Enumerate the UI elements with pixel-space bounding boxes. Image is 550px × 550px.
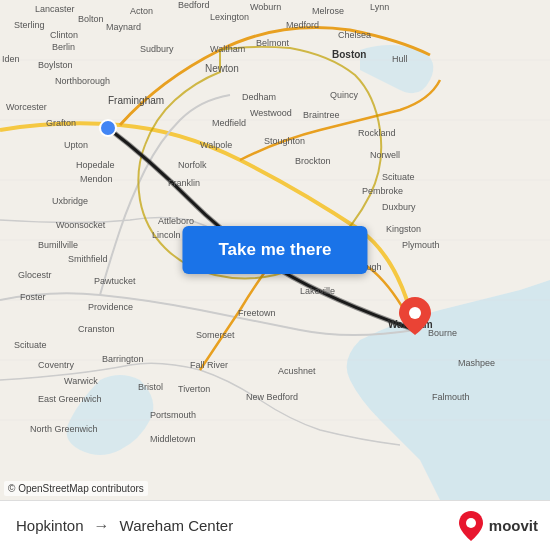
destination-label: Wareham Center [120, 517, 234, 534]
svg-text:Bumillville: Bumillville [38, 240, 78, 250]
svg-text:Boylston: Boylston [38, 60, 73, 70]
svg-text:Chelsea: Chelsea [338, 30, 371, 40]
svg-text:Framingham: Framingham [108, 95, 164, 106]
svg-text:New Bedford: New Bedford [246, 392, 298, 402]
map-container: Lancaster Bolton Acton Bedford Woburn Me… [0, 0, 550, 500]
svg-text:Coventry: Coventry [38, 360, 75, 370]
svg-point-87 [100, 120, 116, 136]
svg-text:Maynard: Maynard [106, 22, 141, 32]
svg-text:Uxbridge: Uxbridge [52, 196, 88, 206]
svg-text:Falmouth: Falmouth [432, 392, 470, 402]
svg-text:Pembroke: Pembroke [362, 186, 403, 196]
svg-point-89 [466, 518, 476, 528]
svg-text:Glocestr: Glocestr [18, 270, 52, 280]
svg-text:Bourne: Bourne [428, 328, 457, 338]
svg-text:Portsmouth: Portsmouth [150, 410, 196, 420]
svg-text:Middletown: Middletown [150, 434, 196, 444]
svg-text:Waltham: Waltham [210, 44, 245, 54]
svg-text:Foster: Foster [20, 292, 46, 302]
svg-text:Berlin: Berlin [52, 42, 75, 52]
svg-text:Northborough: Northborough [55, 76, 110, 86]
svg-text:Hull: Hull [392, 54, 408, 64]
svg-text:Clinton: Clinton [50, 30, 78, 40]
svg-text:Woburn: Woburn [250, 2, 281, 12]
svg-text:Sterling: Sterling [14, 20, 45, 30]
svg-text:Scituate: Scituate [382, 172, 415, 182]
svg-text:Barrington: Barrington [102, 354, 144, 364]
svg-text:Acushnet: Acushnet [278, 366, 316, 376]
take-me-there-overlay: Take me there [182, 226, 367, 274]
svg-text:Pawtucket: Pawtucket [94, 276, 136, 286]
svg-text:Kingston: Kingston [386, 224, 421, 234]
svg-text:Mendon: Mendon [80, 174, 113, 184]
svg-text:Lynn: Lynn [370, 2, 389, 12]
svg-text:Plymouth: Plymouth [402, 240, 440, 250]
svg-text:North Greenwich: North Greenwich [30, 424, 98, 434]
svg-text:Bedford: Bedford [178, 0, 210, 10]
svg-text:Belmont: Belmont [256, 38, 290, 48]
svg-text:Lancaster: Lancaster [35, 4, 75, 14]
svg-text:Hopedale: Hopedale [76, 160, 115, 170]
svg-text:Rockland: Rockland [358, 128, 396, 138]
moovit-logo: moovit [457, 509, 538, 543]
svg-text:Dedham: Dedham [242, 92, 276, 102]
svg-text:Quincy: Quincy [330, 90, 359, 100]
svg-text:Fall River: Fall River [190, 360, 228, 370]
svg-text:Melrose: Melrose [312, 6, 344, 16]
svg-text:Bristol: Bristol [138, 382, 163, 392]
svg-text:Stoughton: Stoughton [264, 136, 305, 146]
svg-text:Franklin: Franklin [168, 178, 200, 188]
map-attribution: © OpenStreetMap contributors [4, 481, 148, 496]
svg-text:Lincoln: Lincoln [152, 230, 181, 240]
svg-text:Medfield: Medfield [212, 118, 246, 128]
svg-text:Attleboro: Attleboro [158, 216, 194, 226]
svg-text:Somerset: Somerset [196, 330, 235, 340]
origin-label: Hopkinton [16, 517, 84, 534]
take-me-there-button[interactable]: Take me there [182, 226, 367, 274]
svg-text:Freetown: Freetown [238, 308, 276, 318]
svg-text:Norfolk: Norfolk [178, 160, 207, 170]
svg-text:Westwood: Westwood [250, 108, 292, 118]
svg-text:Lexington: Lexington [210, 12, 249, 22]
svg-text:Providence: Providence [88, 302, 133, 312]
svg-text:Upton: Upton [64, 140, 88, 150]
svg-text:Cranston: Cranston [78, 324, 115, 334]
svg-text:Medford: Medford [286, 20, 319, 30]
svg-text:Brockton: Brockton [295, 156, 331, 166]
arrow-icon: → [94, 517, 110, 535]
svg-text:Lakeville: Lakeville [300, 286, 335, 296]
svg-text:East Greenwich: East Greenwich [38, 394, 102, 404]
svg-text:Acton: Acton [130, 6, 153, 16]
svg-text:Grafton: Grafton [46, 118, 76, 128]
svg-point-88 [409, 307, 421, 319]
svg-text:Duxbury: Duxbury [382, 202, 416, 212]
svg-text:Smithfield: Smithfield [68, 254, 108, 264]
svg-text:Scituate: Scituate [14, 340, 47, 350]
svg-text:Worcester: Worcester [6, 102, 47, 112]
svg-text:Norwell: Norwell [370, 150, 400, 160]
svg-text:Woonsocket: Woonsocket [56, 220, 106, 230]
svg-text:Braintree: Braintree [303, 110, 340, 120]
moovit-text: moovit [489, 517, 538, 534]
svg-text:Mashpee: Mashpee [458, 358, 495, 368]
bottom-bar: Hopkinton → Wareham Center moovit [0, 500, 550, 550]
svg-text:Bolton: Bolton [78, 14, 104, 24]
svg-text:Sudbury: Sudbury [140, 44, 174, 54]
moovit-pin-icon [457, 509, 485, 543]
svg-text:Newton: Newton [205, 63, 239, 74]
svg-text:Boston: Boston [332, 49, 366, 60]
svg-text:Walpole: Walpole [200, 140, 232, 150]
svg-text:Warwick: Warwick [64, 376, 98, 386]
svg-text:Tiverton: Tiverton [178, 384, 210, 394]
svg-text:Iden: Iden [2, 54, 20, 64]
